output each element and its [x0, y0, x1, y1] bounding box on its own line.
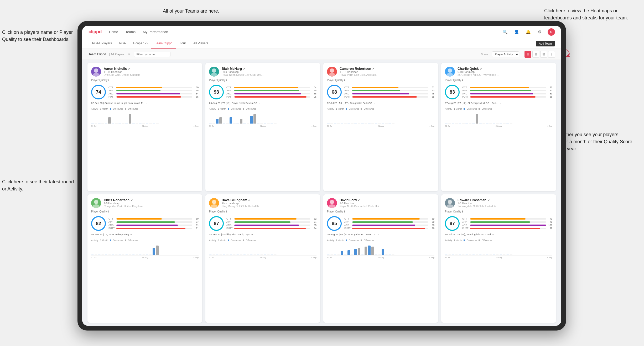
ott-label: OTT — [226, 86, 233, 89]
chart-bar — [253, 114, 256, 124]
verified-icon: ✔ — [243, 67, 245, 70]
arg-row: ARG 83 — [344, 224, 434, 226]
add-team-button[interactable]: Add Team — [536, 41, 555, 46]
quality-score[interactable]: 83 — [445, 85, 460, 99]
ott-label: OTT — [108, 217, 115, 220]
player-card[interactable]: Chris Robertson ✔ 1-5 Handicap Craigmill… — [87, 194, 202, 323]
player-info: Aaron Nicholls ✔ 11-15 Handicap Drift Go… — [104, 67, 199, 76]
quality-score[interactable]: 85 — [327, 216, 342, 231]
list-view-button[interactable]: ⊟ — [532, 51, 539, 58]
chart-section: Activity · 1 Month On course Off course … — [327, 108, 434, 127]
latest-activity-text: 02 Sep 23 | Sunrise round to get back in… — [91, 102, 148, 104]
activity-chart — [445, 243, 552, 256]
search-icon[interactable]: 🔍 — [501, 28, 509, 36]
date-mid: 21 Aug — [142, 125, 148, 127]
quality-section[interactable]: 85 OTT 89 APP 80 ARG — [327, 216, 434, 231]
player-name[interactable]: Edward Crossman ✔ — [458, 198, 552, 202]
arg-row: ARG 75 — [344, 92, 434, 95]
ott-value: 60 — [193, 86, 199, 89]
putt-bar — [116, 96, 181, 98]
player-name[interactable]: Chris Robertson ✔ — [104, 198, 199, 202]
player-name[interactable]: Dave Billingham ✔ — [222, 198, 316, 202]
latest-activity-row[interactable]: 18 Jul 23 | 74 (+3), Sunningdale GC - Ol… — [445, 233, 552, 236]
show-select[interactable]: Player Activity — [492, 51, 519, 57]
quality-section[interactable]: 68 OTT 61 APP 63 ARG — [327, 85, 434, 99]
player-card[interactable]: Charlie Quick ✔ 6-10 Handicap St. George… — [441, 63, 556, 191]
grid-view-button[interactable]: ⊞ — [524, 51, 531, 58]
edit-team-icon[interactable]: ✏ — [128, 52, 131, 56]
quality-score[interactable]: 68 — [327, 85, 342, 99]
chart-bar — [267, 254, 270, 255]
nav-home[interactable]: Home — [109, 29, 118, 35]
sub-nav-team-clippd[interactable]: Team Clippd — [151, 38, 176, 49]
app-label: APP — [462, 89, 469, 92]
activity-period-label: Activity · 1 Month — [445, 108, 462, 110]
quality-section[interactable]: 87 OTT 73 APP 79 ARG — [445, 216, 552, 231]
putt-row: PUTT 95 — [226, 95, 316, 98]
putt-row: PUTT 92 — [462, 227, 552, 230]
chart-bar — [341, 251, 343, 255]
player-name[interactable]: Aaron Nicholls ✔ — [104, 67, 199, 71]
app-row: APP 80 — [462, 89, 552, 92]
quality-section[interactable]: 74 OTT 60 APP 58 ARG — [91, 85, 199, 99]
latest-activity-row[interactable]: 07 Aug 23 | 77 (+7), St George's Hill GC… — [445, 102, 552, 104]
arg-label: ARG — [108, 92, 115, 95]
quality-section[interactable]: 93 OTT 84 APP 85 ARG — [209, 85, 316, 99]
sub-nav-tour[interactable]: Tour — [176, 38, 190, 49]
player-card[interactable]: Cameron Robertson ✔ 11-15 Handicap Royal… — [323, 63, 438, 191]
sub-nav-all-players[interactable]: All Players — [190, 38, 212, 49]
settings-icon[interactable]: ⚙ — [536, 28, 543, 36]
app-row: APP 74 — [226, 221, 316, 223]
player-name[interactable]: David Ford ✔ — [340, 198, 434, 202]
nav-my-performance[interactable]: My Performance — [143, 29, 168, 35]
putt-row: PUTT 91 — [108, 227, 199, 230]
date-end: 4 Sep — [193, 125, 199, 127]
quality-score[interactable]: 93 — [209, 85, 224, 99]
bell-icon[interactable]: 🔔 — [524, 28, 532, 36]
player-name[interactable]: Charlie Quick ✔ — [458, 67, 552, 71]
player-handicap: 6-10 Handicap — [458, 71, 552, 73]
ott-value: 84 — [311, 86, 316, 89]
player-name[interactable]: Blair McHarg ✔ — [222, 67, 316, 71]
player-card[interactable]: Dave Billingham ✔ Plus Handicap Stag Mai… — [205, 194, 320, 323]
ott-row: OTT 61 — [344, 86, 434, 89]
arg-value: 88 — [311, 92, 316, 95]
player-name[interactable]: Cameron Robertson ✔ — [340, 67, 434, 71]
avatar[interactable]: U — [548, 28, 555, 36]
latest-activity-row[interactable]: 26 Aug 23 | 84 (+12), Royal North Devon … — [327, 233, 434, 236]
latest-activity-row[interactable]: 02 Jul 23 | 59 (+17), Craigmillar Park G… — [327, 102, 434, 104]
quality-score[interactable]: 74 — [91, 85, 106, 99]
player-club: Sunningdale Golf Club, United Kingdom — [458, 205, 500, 208]
quality-score[interactable]: 87 — [209, 216, 224, 231]
off-course-dot — [243, 108, 244, 110]
user-icon[interactable]: 👤 — [513, 28, 520, 36]
quality-section[interactable]: 87 OTT 82 APP 74 ARG — [209, 216, 316, 231]
chart-bar — [482, 123, 485, 124]
search-input[interactable] — [134, 52, 170, 57]
player-card[interactable]: Edward Crossman ✔ 1-5 Handicap Sunningda… — [441, 194, 556, 323]
player-club: Royal Perth Golf Club, Australia — [340, 73, 382, 76]
nav-teams[interactable]: Teams — [126, 29, 136, 35]
latest-activity-row[interactable]: 05 Mar 23 | 19, Must make putting → — [91, 233, 199, 236]
player-avatar — [445, 198, 455, 208]
sub-nav-pgat[interactable]: PGAT Players — [89, 38, 116, 49]
quality-bars: OTT 82 APP 74 ARG — [226, 217, 316, 230]
quality-score[interactable]: 82 — [91, 216, 106, 231]
player-card[interactable]: David Ford ✔ 1-5 Handicap Royal North De… — [323, 194, 438, 323]
player-card[interactable]: Blair McHarg ✔ Plus Handicap Royal North… — [205, 63, 320, 191]
sub-nav-hcaps[interactable]: Hcaps 1-5 — [129, 38, 151, 49]
player-card[interactable]: Aaron Nicholls ✔ 11-15 Handicap Drift Go… — [87, 63, 202, 191]
sub-nav-pga[interactable]: PGA — [116, 38, 129, 49]
annotation-teams: All of your Teams are here. — [163, 8, 219, 14]
player-info: Edward Crossman ✔ 1-5 Handicap Sunningda… — [458, 198, 552, 208]
filter-button[interactable]: ⊟ — [540, 51, 547, 58]
sort-button[interactable]: ↕ — [548, 51, 555, 58]
putt-row: PUTT 96 — [344, 227, 434, 230]
quality-score[interactable]: 87 — [445, 216, 460, 231]
ott-row: OTT 60 — [108, 86, 199, 89]
latest-activity-row[interactable]: 26 Aug 23 | 73 (+1), Royal North Devon G… — [209, 102, 316, 104]
quality-section[interactable]: 83 OTT 77 APP 80 ARG — [445, 85, 552, 99]
latest-activity-row[interactable]: 04 Sep 23 | Mobility with coach, Gym → — [209, 233, 316, 236]
latest-activity-row[interactable]: 02 Sep 23 | Sunrise round to get back in… — [91, 102, 199, 104]
quality-section[interactable]: 82 OTT 60 APP 77 ARG — [91, 216, 199, 231]
